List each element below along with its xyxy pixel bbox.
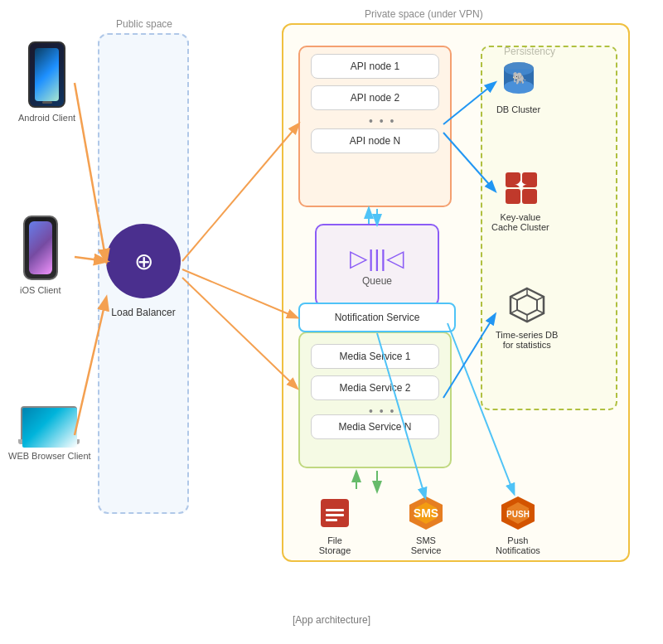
web-client-label: WEB Browser Client — [8, 451, 91, 461]
api-node-1-box: API node 1 — [311, 54, 439, 79]
api-nodes-ellipsis: • • • — [369, 114, 395, 128]
svg-text:🐘: 🐘 — [511, 71, 526, 85]
ios-client: iOS Client — [20, 215, 61, 295]
notification-service-box: Notification Service — [298, 303, 456, 332]
queue-label: Queue — [362, 275, 392, 287]
db-cluster-icon: 🐘 — [496, 56, 541, 102]
web-client: WEB Browser Client — [8, 406, 91, 461]
svg-rect-20 — [326, 514, 344, 516]
timeseries-db-label: Time-series DB for statistics — [496, 330, 558, 350]
svg-rect-21 — [326, 519, 337, 521]
load-balancer-label: Load Balancer — [90, 307, 197, 318]
sms-service-icon: SMS — [406, 493, 446, 533]
svg-line-32 — [182, 269, 297, 317]
sms-service-label: SMS Service — [411, 535, 442, 555]
svg-marker-11 — [517, 295, 537, 315]
load-balancer-icon: ⊕ — [106, 224, 181, 298]
lb-network-icon: ⊕ — [134, 248, 153, 275]
svg-text:✦: ✦ — [513, 176, 527, 194]
svg-line-33 — [182, 278, 297, 388]
android-client-label: Android Client — [18, 113, 75, 123]
db-cluster-item: 🐘 DB Cluster — [496, 56, 541, 114]
media-service-n-box: Media Service N — [311, 414, 439, 439]
api-node-2-box: API node 2 — [311, 85, 439, 110]
svg-line-31 — [182, 124, 298, 261]
svg-text:PUSH: PUSH — [506, 510, 530, 519]
svg-text:SMS: SMS — [414, 506, 438, 520]
ios-phone-icon — [23, 215, 58, 280]
db-cluster-label: DB Cluster — [496, 104, 540, 114]
push-notifications-item: PUSH Push Notificatios — [496, 493, 540, 555]
sms-service-item: SMS SMS Service — [406, 493, 446, 555]
laptop-icon — [21, 406, 79, 448]
queue-icon: ▷|||◁ — [350, 245, 404, 272]
queue-box: ▷|||◁ Queue — [315, 224, 439, 307]
push-notifications-label: Push Notificatios — [496, 535, 540, 555]
api-node-n-box: API node N — [311, 128, 439, 153]
public-space-label: Public space — [116, 18, 172, 30]
cache-cluster-item: ✦ Key-value Cache Cluster — [491, 164, 549, 232]
timeseries-db-icon — [504, 282, 549, 327]
cache-cluster-label: Key-value Cache Cluster — [491, 212, 549, 232]
file-storage-item: File Storage — [315, 493, 355, 555]
android-client: Android Client — [18, 41, 75, 123]
cache-cluster-icon: ✦ — [497, 164, 543, 210]
svg-rect-19 — [326, 509, 344, 511]
push-notifications-icon: PUSH — [498, 493, 538, 533]
diagram-caption: [App architecture] — [0, 611, 663, 626]
notification-service-label: Notification Service — [335, 312, 420, 323]
file-storage-label: File Storage — [319, 535, 351, 555]
media-service-1-box: Media Service 1 — [311, 344, 439, 369]
media-service-2-box: Media Service 2 — [311, 375, 439, 400]
timeseries-db-item: Time-series DB for statistics — [496, 282, 558, 350]
private-space-label: Private space (under VPN) — [365, 8, 483, 20]
android-phone-icon — [28, 41, 65, 108]
diagram-container: Public space Private space (under VPN) P… — [0, 0, 663, 630]
ios-client-label: iOS Client — [20, 285, 61, 295]
file-storage-icon — [315, 493, 355, 533]
svg-rect-18 — [321, 499, 349, 527]
